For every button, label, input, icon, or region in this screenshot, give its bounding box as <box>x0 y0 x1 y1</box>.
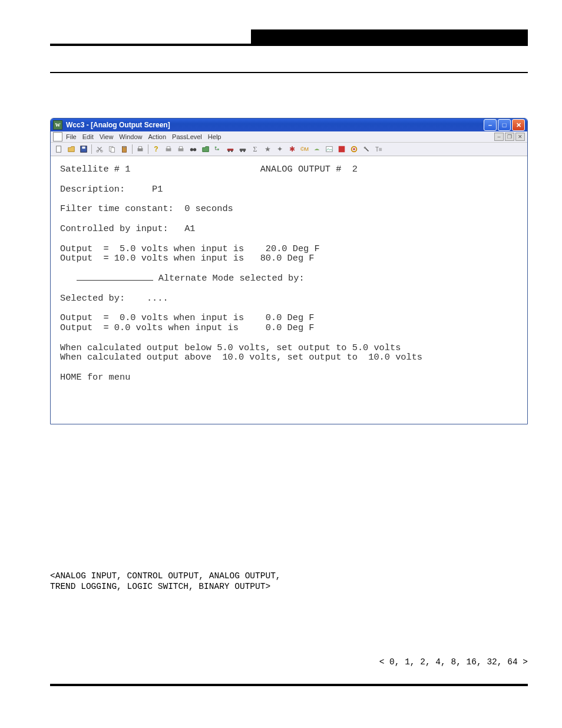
filter-value: 0 seconds <box>184 203 233 214</box>
toolbar: ? Σ ★ ✦ ✱ ©M T≡ <box>51 143 527 156</box>
cm-icon[interactable]: ©M <box>299 143 310 155</box>
svg-point-28 <box>353 148 355 150</box>
header-rule-thick <box>50 44 528 46</box>
menu-passlevel[interactable]: PassLevel <box>172 133 202 140</box>
footer-list-1: <ANALOG INPUT, CONTROL OUTPUT, ANALOG OU… <box>50 571 528 581</box>
menu-file[interactable]: File <box>66 133 77 140</box>
maximize-button[interactable]: □ <box>498 119 511 131</box>
svg-rect-26 <box>339 146 345 153</box>
menu-bar: File Edit View Window Action PassLevel H… <box>51 131 527 143</box>
open-icon[interactable] <box>65 143 77 155</box>
star1-icon[interactable]: ★ <box>262 143 273 155</box>
tree-icon[interactable] <box>212 143 224 155</box>
output-label: ANALOG OUTPUT # 2 <box>260 164 358 174</box>
color1-icon[interactable] <box>336 143 348 155</box>
svg-rect-0 <box>57 146 61 153</box>
svg-point-21 <box>231 150 233 152</box>
printer1-icon[interactable] <box>163 143 174 155</box>
controlled-value: A1 <box>184 223 195 234</box>
close-button[interactable]: ✕ <box>512 119 525 131</box>
selected-by-value: .... <box>147 293 168 304</box>
svg-point-24 <box>243 150 245 152</box>
footer-options: < 0, 1, 2, 4, 8, 16, 32, 64 > <box>50 657 528 667</box>
home-menu-label: HOME for menu <box>60 372 130 383</box>
app-window: W Wcc3 - [Analog Output Screen] – □ ✕ Fi… <box>50 118 528 424</box>
mdi-close-icon[interactable]: ✕ <box>515 133 525 141</box>
menu-window[interactable]: Window <box>119 133 142 140</box>
save-icon[interactable] <box>78 143 90 155</box>
svg-rect-18 <box>217 149 219 150</box>
minimize-button[interactable]: – <box>484 119 497 131</box>
printer2-icon[interactable] <box>175 143 187 155</box>
clamp-line-1: When calculated output below 5.0 volts, … <box>60 342 401 353</box>
star2-icon[interactable]: ✦ <box>274 143 286 155</box>
help-icon[interactable]: ? <box>150 143 162 155</box>
description-label: Description: <box>60 184 125 195</box>
window-titlebar: W Wcc3 - [Analog Output Screen] – □ ✕ <box>51 118 527 131</box>
selected-by-label: Selected by: <box>60 293 125 304</box>
svg-rect-17 <box>215 147 217 149</box>
satellite-label: Satellite # 1 <box>60 164 130 174</box>
alt-output-line-1: Output = 0.0 volts when input is 0.0 Deg… <box>60 312 314 323</box>
output-def-line-1: Output = 5.0 volts when input is 20.0 De… <box>60 243 320 254</box>
alt-mode-label: Alternate Mode selected by: <box>153 273 305 284</box>
pic-icon[interactable] <box>323 143 335 155</box>
svg-point-16 <box>193 148 196 151</box>
svg-point-15 <box>190 148 193 151</box>
footer-rule <box>50 684 528 686</box>
description-value: P1 <box>152 184 163 195</box>
car2-icon[interactable] <box>237 143 249 155</box>
svg-rect-22 <box>240 149 246 151</box>
svg-point-29 <box>364 147 366 149</box>
content-area: Satellite # 1 ANALOG OUTPUT # 2 Descript… <box>51 156 527 424</box>
menu-help[interactable]: Help <box>208 133 222 140</box>
folder-icon[interactable] <box>200 143 211 155</box>
svg-rect-2 <box>82 147 85 149</box>
binoculars-icon[interactable] <box>187 143 199 155</box>
car1-icon[interactable] <box>224 143 236 155</box>
alt-mode-underline <box>77 280 153 281</box>
filter-label: Filter time constant: <box>60 203 174 214</box>
mdi-restore-icon[interactable]: ❐ <box>505 133 514 141</box>
svg-rect-12 <box>167 147 170 149</box>
print-icon[interactable] <box>134 143 146 155</box>
header-rule-thin <box>50 72 528 73</box>
clamp-line-2: When calculated output above 10.0 volts,… <box>60 352 422 363</box>
app-icon: W <box>53 120 62 130</box>
menu-view[interactable]: View <box>100 133 114 140</box>
mdi-minimize-icon[interactable]: – <box>494 133 504 141</box>
alt-output-line-2: Output = 0.0 volts when input is 0.0 Deg… <box>60 322 314 333</box>
target-icon[interactable] <box>348 143 360 155</box>
svg-point-20 <box>228 150 230 152</box>
copy-icon[interactable] <box>106 143 118 155</box>
svg-rect-10 <box>138 147 141 149</box>
t-icon[interactable]: T≡ <box>373 143 385 155</box>
menu-action[interactable]: Action <box>148 133 166 140</box>
controlled-label: Controlled by input: <box>60 223 168 234</box>
sigma-icon[interactable]: Σ <box>249 143 261 155</box>
svg-point-23 <box>240 150 242 152</box>
header-black-band <box>251 29 528 44</box>
bird-icon[interactable] <box>311 143 323 155</box>
window-title: Wcc3 - [Analog Output Screen] <box>66 121 170 129</box>
document-icon <box>53 132 62 141</box>
svg-rect-6 <box>111 147 114 152</box>
new-icon[interactable] <box>53 143 65 155</box>
svg-rect-25 <box>326 147 333 152</box>
tool-icon[interactable] <box>361 143 372 155</box>
cut-icon[interactable] <box>94 143 105 155</box>
gear-icon[interactable]: ✱ <box>286 143 298 155</box>
svg-rect-8 <box>123 146 125 148</box>
svg-rect-19 <box>227 149 234 151</box>
footer-list-2: TREND LOGGING, LOGIC SWITCH, BINARY OUTP… <box>50 581 528 592</box>
output-def-line-2: Output = 10.0 volts when input is 80.0 D… <box>60 253 314 263</box>
paste-icon[interactable] <box>118 143 130 155</box>
footer-text: <ANALOG INPUT, CONTROL OUTPUT, ANALOG OU… <box>50 571 528 667</box>
svg-rect-14 <box>179 147 182 149</box>
menu-edit[interactable]: Edit <box>82 133 94 140</box>
